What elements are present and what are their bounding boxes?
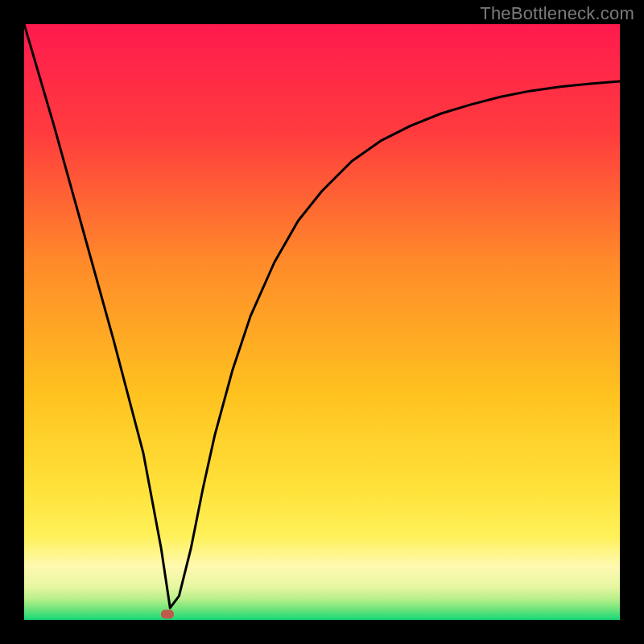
plot-area — [24, 24, 620, 620]
bottleneck-curve — [24, 24, 620, 620]
optimal-marker — [161, 609, 174, 618]
watermark-text: TheBottleneck.com — [480, 3, 634, 24]
chart-frame: TheBottleneck.com — [0, 0, 644, 644]
